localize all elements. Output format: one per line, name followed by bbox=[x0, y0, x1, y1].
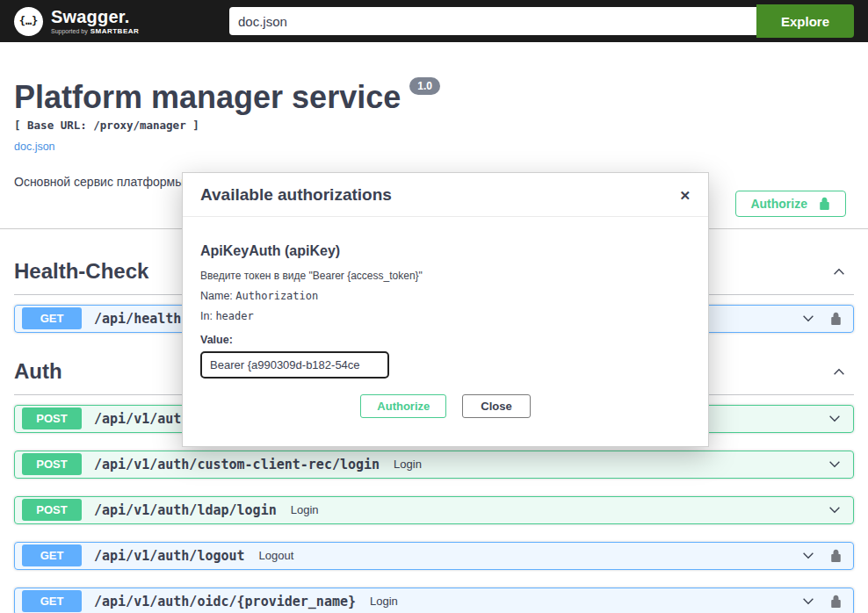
auth-scheme-title: ApiKeyAuth (apiKey) bbox=[200, 243, 691, 259]
value-label: Value: bbox=[200, 334, 691, 346]
endpoint-summary: Login bbox=[370, 595, 398, 608]
brand-tagline-smartbear: SMARTBEAR bbox=[90, 28, 140, 35]
endpoint-row[interactable]: POST /api/v1/auth/ldap/login Login bbox=[14, 496, 854, 524]
chevron-down-icon[interactable] bbox=[827, 502, 843, 518]
authorize-button-label: Authorize bbox=[750, 197, 807, 211]
token-input[interactable] bbox=[200, 351, 389, 379]
in-label: In: bbox=[200, 310, 213, 322]
http-method-badge: POST bbox=[22, 499, 82, 521]
modal-title: Available authorizations bbox=[200, 185, 392, 205]
name-label: Name: bbox=[200, 290, 233, 302]
base-url: [ Base URL: /proxy/manager ] bbox=[14, 119, 854, 132]
section-title: Health-Check bbox=[14, 259, 148, 284]
endpoint-path: /api/v1/auth/oidc/{provider_name} bbox=[94, 594, 356, 609]
chevron-down-icon[interactable] bbox=[800, 594, 816, 609]
authorizations-modal: Available authorizations ✕ ApiKeyAuth (a… bbox=[182, 172, 709, 447]
chevron-up-icon[interactable] bbox=[831, 364, 847, 379]
name-value: Authorization bbox=[235, 290, 318, 302]
endpoint-path: /api/v1/auth/custom-client-rec/login bbox=[94, 457, 380, 472]
topbar: {…} Swagger. Supported by SMARTBEAR Expl… bbox=[0, 0, 868, 42]
endpoint-row[interactable]: GET /api/v1/auth/logout Logout bbox=[14, 542, 854, 570]
brand-tagline-prefix: Supported by bbox=[51, 28, 88, 34]
endpoint-path: /api/v1/auth/logout bbox=[94, 548, 245, 564]
authorize-button[interactable]: Authorize bbox=[735, 191, 846, 217]
chevron-down-icon[interactable] bbox=[827, 411, 843, 427]
endpoint-path: /api/v1/auth/ldap/login bbox=[94, 502, 277, 518]
endpoint-summary: Login bbox=[394, 458, 422, 471]
http-method-badge: GET bbox=[22, 307, 82, 329]
lock-icon[interactable] bbox=[829, 549, 843, 562]
swagger-logo-icon: {…} bbox=[14, 7, 43, 36]
endpoint-row[interactable]: GET /api/v1/auth/oidc/{provider_name} Lo… bbox=[14, 588, 854, 613]
close-icon[interactable]: ✕ bbox=[679, 189, 691, 202]
http-method-badge: GET bbox=[22, 544, 82, 566]
explore-button[interactable]: Explore bbox=[756, 4, 854, 38]
http-method-badge: GET bbox=[22, 590, 82, 612]
spec-url-bar: Explore bbox=[229, 4, 854, 38]
lock-icon[interactable] bbox=[829, 312, 843, 325]
auth-hint: Введите токен в виде "Bearer {access_tok… bbox=[200, 270, 691, 282]
modal-authorize-button[interactable]: Authorize bbox=[360, 394, 446, 418]
spec-json-link[interactable]: doc.json bbox=[14, 141, 55, 153]
version-badge: 1.0 bbox=[409, 77, 440, 95]
endpoint-summary: Logout bbox=[259, 549, 294, 562]
modal-close-button[interactable]: Close bbox=[462, 394, 530, 418]
brand-name: Swagger. bbox=[51, 8, 139, 25]
lock-icon[interactable] bbox=[829, 595, 843, 608]
auth-name-row: Name: Authorization bbox=[200, 290, 691, 302]
section-title: Auth bbox=[14, 359, 62, 384]
in-value: header bbox=[215, 310, 253, 322]
lock-icon bbox=[818, 197, 831, 210]
chevron-down-icon[interactable] bbox=[800, 548, 816, 564]
page-title: Platform manager service bbox=[14, 81, 401, 114]
swagger-brand: {…} Swagger. Supported by SMARTBEAR bbox=[14, 7, 139, 36]
chevron-down-icon[interactable] bbox=[827, 457, 843, 472]
auth-in-row: In: header bbox=[200, 310, 691, 322]
spec-url-input[interactable] bbox=[229, 7, 756, 35]
http-method-badge: POST bbox=[22, 407, 82, 429]
endpoint-row[interactable]: POST /api/v1/auth/custom-client-rec/logi… bbox=[14, 451, 854, 479]
chevron-down-icon[interactable] bbox=[800, 311, 816, 327]
http-method-badge: POST bbox=[22, 453, 82, 475]
endpoint-summary: Login bbox=[291, 503, 319, 516]
chevron-up-icon[interactable] bbox=[831, 263, 847, 279]
